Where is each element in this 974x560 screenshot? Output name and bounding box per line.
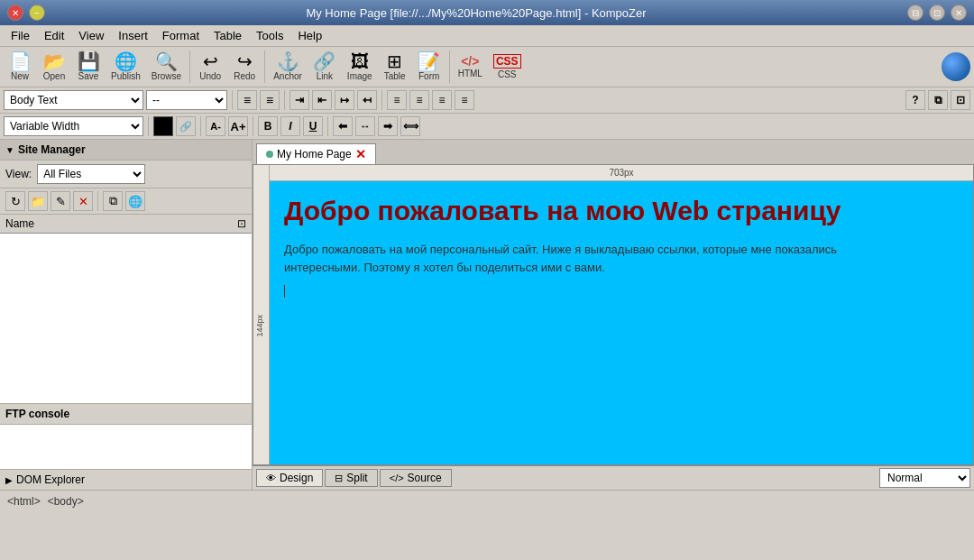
font-select[interactable]: -- Arial Times New Roman	[146, 90, 227, 110]
style-select[interactable]: Body Text Heading 1 Heading 2 Heading 3 …	[4, 90, 143, 110]
globe-icon	[942, 52, 970, 81]
new-button[interactable]: 📄 New	[4, 50, 36, 84]
status-select[interactable]: Normal Print Preview Full Screen	[879, 468, 970, 488]
ordered-list-button[interactable]: ≡	[237, 90, 257, 110]
extra-btn-3[interactable]: ⊡	[951, 90, 970, 110]
design-tab[interactable]: 👁 Design	[256, 469, 323, 487]
save-button[interactable]: 💾 Save	[72, 50, 105, 84]
indent-less-button[interactable]: ⇤	[312, 90, 332, 110]
sm-sep-1	[97, 191, 98, 211]
image-button[interactable]: 🖼 Image	[343, 50, 377, 84]
titlebar-title: My Home Page [file://.../My%20Home%20Pag…	[45, 6, 907, 20]
dom-toggle[interactable]: ▶	[5, 475, 13, 485]
link-button[interactable]: 🔗 Link	[308, 50, 341, 84]
browse-button[interactable]: 🔍 Browse	[147, 50, 186, 84]
text-color-swatch[interactable]	[153, 116, 173, 136]
page-content[interactable]: Добро пожаловать на мою Web страницу Доб…	[270, 181, 973, 464]
editor-tab[interactable]: My Home Page ✕	[256, 143, 376, 165]
window-btn-3[interactable]: ✕	[951, 5, 967, 21]
redo-button[interactable]: ↪ Redo	[228, 50, 261, 84]
table-icon: ⊞	[387, 52, 402, 70]
sidebar: ▼ Site Manager View: All Files ↻ 📁 ✎ ✕ ⧉…	[0, 140, 253, 490]
file-list[interactable]	[0, 234, 252, 404]
bottom-bar: 👁 Design ⊟ Split </> Source Normal Print…	[253, 465, 974, 490]
indent-more-button[interactable]: ⇥	[289, 90, 309, 110]
align2-justify-button[interactable]: ⟺	[400, 116, 420, 136]
extra-btn-2[interactable]: ⧉	[928, 90, 948, 110]
align-justify-button[interactable]: ≡	[455, 90, 474, 110]
browse-label: Browse	[152, 71, 181, 81]
open-icon: 📂	[43, 52, 66, 70]
extra-btn-1[interactable]: ?	[905, 90, 925, 110]
sm-refresh-button[interactable]: ↻	[5, 191, 25, 211]
source-tab[interactable]: </> Source	[380, 469, 452, 487]
font-size-down-button[interactable]: A-	[206, 116, 225, 136]
format-toolbar-2: Variable Width Fixed Width 🔗 A- A+ B I U…	[0, 114, 974, 140]
menu-edit[interactable]: Edit	[37, 27, 71, 44]
fmt2-sep-4	[327, 116, 328, 136]
italic-button[interactable]: I	[280, 116, 300, 136]
bold-button[interactable]: B	[258, 116, 278, 136]
menu-format[interactable]: Format	[155, 27, 207, 44]
ftp-console-area	[0, 425, 252, 470]
table-label: Table	[384, 71, 406, 81]
underline-button[interactable]: U	[303, 116, 323, 136]
unordered-list-button[interactable]: ≡	[260, 90, 280, 110]
separator-1	[189, 50, 190, 83]
fmt2-sep-3	[253, 116, 253, 136]
anchor-button[interactable]: ⚓ Anchor	[269, 50, 307, 84]
window-btn-2[interactable]: ⊡	[929, 5, 945, 21]
align-right-button[interactable]: ≡	[432, 90, 452, 110]
tab-close-button[interactable]: ✕	[355, 147, 366, 161]
open-button[interactable]: 📂 Open	[38, 50, 70, 84]
indent-button-3[interactable]: ↦	[335, 90, 354, 110]
menu-table[interactable]: Table	[207, 27, 249, 44]
sm-globe-button[interactable]: 🌐	[125, 191, 145, 211]
open-label: Open	[43, 71, 65, 81]
link-label: Link	[317, 71, 333, 81]
menu-insert[interactable]: Insert	[111, 27, 155, 44]
html-button[interactable]: </> HTML	[454, 52, 487, 81]
menu-help[interactable]: Help	[290, 27, 329, 44]
align-left-button[interactable]: ≡	[387, 90, 407, 110]
new-label: New	[11, 71, 29, 81]
menubar: File Edit View Insert Format Table Tools…	[0, 25, 974, 47]
sm-folder-button[interactable]: 📁	[28, 191, 48, 211]
site-manager-toggle[interactable]: ▼	[5, 145, 14, 155]
resize-handle[interactable]: ⊡	[237, 217, 246, 230]
sm-delete-button[interactable]: ✕	[73, 191, 93, 211]
form-button[interactable]: 📝 Form	[413, 50, 446, 84]
css-label: CSS	[498, 69, 517, 79]
align2-right-button[interactable]: ➡	[378, 116, 398, 136]
dom-explorer[interactable]: ▶ DOM Explorer	[0, 470, 252, 490]
menu-tools[interactable]: Tools	[249, 27, 290, 44]
page-body: Добро пожаловать на мой персональный сай…	[284, 241, 959, 276]
align2-left-button[interactable]: ⬅	[333, 116, 353, 136]
link-icon: 🔗	[313, 52, 335, 70]
css-button[interactable]: CSS CSS	[489, 51, 526, 82]
split-tab[interactable]: ⊟ Split	[325, 469, 377, 487]
minimize-button[interactable]: −	[29, 5, 45, 21]
publish-button[interactable]: 🌐 Publish	[106, 50, 145, 84]
window-btn-1[interactable]: ⊟	[907, 5, 923, 21]
menu-file[interactable]: File	[4, 27, 37, 44]
titlebar-controls: ⊟ ⊡ ✕	[907, 5, 967, 21]
align2-center-button[interactable]: ↔	[355, 116, 375, 136]
link-color-button[interactable]: 🔗	[176, 116, 196, 136]
ruler-left: 144px	[253, 165, 270, 464]
sm-copy-button[interactable]: ⧉	[103, 191, 123, 211]
site-manager-view: View: All Files	[0, 161, 252, 188]
name-column-header: Name	[5, 217, 34, 230]
undo-button[interactable]: ↩ Undo	[194, 50, 226, 84]
sm-edit-button[interactable]: ✎	[51, 191, 70, 211]
font-size-up-button[interactable]: A+	[228, 116, 248, 136]
width-select[interactable]: Variable Width Fixed Width	[4, 116, 143, 136]
view-select[interactable]: All Files	[37, 164, 145, 184]
align-center-button[interactable]: ≡	[409, 90, 429, 110]
table-button[interactable]: ⊞ Table	[379, 50, 411, 84]
menu-view[interactable]: View	[71, 27, 111, 44]
save-label: Save	[78, 71, 99, 81]
close-button[interactable]: ✕	[7, 5, 23, 21]
editor-main[interactable]: 703px Добро пожаловать на мою Web страни…	[270, 165, 973, 464]
indent-button-4[interactable]: ↤	[357, 90, 377, 110]
